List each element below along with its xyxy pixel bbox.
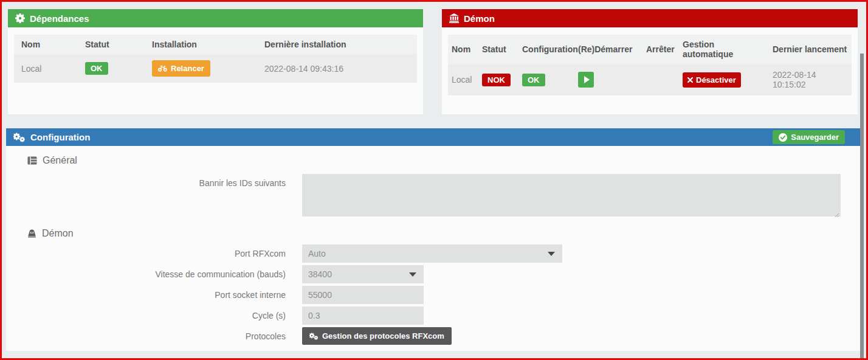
col-nom: Nom bbox=[448, 35, 478, 64]
dep-installation-cell: Relancer bbox=[145, 54, 257, 83]
col-redemarrer: (Re)Démarrer bbox=[574, 35, 642, 64]
socket-port-input[interactable] bbox=[302, 286, 424, 304]
ban-ids-label: Bannir les IDs suivants bbox=[6, 174, 286, 192]
cogs-icon bbox=[13, 133, 26, 142]
col-dernier-lancement: Dernier lancement bbox=[769, 35, 852, 64]
cycle-input[interactable] bbox=[302, 306, 424, 325]
demon-status-badge: NOK bbox=[482, 74, 511, 86]
dependances-table: Nom Statut Installation Dernière install… bbox=[14, 35, 417, 83]
configuration-panel: Configuration Sauvegarder bbox=[6, 128, 862, 351]
dep-date-cell: 2022-08-14 09:43:16 bbox=[257, 54, 417, 83]
x-icon bbox=[687, 77, 693, 83]
chevron-down-icon bbox=[548, 252, 555, 256]
play-icon bbox=[584, 76, 590, 83]
save-button[interactable]: Sauvegarder bbox=[773, 130, 845, 144]
chevron-down-icon bbox=[409, 272, 416, 277]
section-general: Général bbox=[27, 154, 862, 167]
resize-grip-icon[interactable] bbox=[834, 212, 839, 218]
baud-rate-select[interactable]: 38400 bbox=[302, 265, 424, 283]
dependances-row-local: Local OK Relancer bbox=[14, 54, 417, 83]
port-rfxcom-label: Port RFXcom bbox=[6, 244, 286, 263]
save-label: Sauvegarder bbox=[791, 133, 839, 142]
dep-nom-cell: Local bbox=[14, 54, 78, 83]
col-derniere-installation: Dernière installation bbox=[257, 35, 417, 54]
relancer-label: Relancer bbox=[171, 64, 204, 73]
col-statut: Statut bbox=[478, 35, 518, 64]
demon-statut-cell: NOK bbox=[478, 64, 518, 95]
configuration-header: Configuration Sauvegarder bbox=[6, 128, 862, 146]
motorcycle-icon bbox=[158, 65, 167, 72]
demon-title: Démon bbox=[464, 13, 495, 24]
ban-ids-row: Bannir les IDs suivants bbox=[6, 174, 862, 219]
col-installation: Installation bbox=[145, 35, 257, 54]
dependances-title: Dépendances bbox=[30, 13, 89, 24]
socket-port-row: Port socket interne bbox=[6, 286, 862, 304]
dep-statut-cell: OK bbox=[78, 54, 145, 83]
demon-config-cell: OK bbox=[518, 64, 574, 95]
manage-protocols-button[interactable]: Gestion des protocoles RFXcom bbox=[302, 327, 452, 345]
dep-status-badge: OK bbox=[85, 62, 108, 75]
demon-panel: Démon Nom Statut Configuration (Re)Démar… bbox=[442, 9, 858, 114]
col-arreter: Arrêter bbox=[642, 35, 679, 64]
demon-date-cell: 2022-08-14 10:15:02 bbox=[769, 64, 852, 95]
baud-rate-value: 38400 bbox=[308, 269, 332, 279]
section-demon: Démon bbox=[27, 227, 862, 240]
demon-auto-cell: Désactiver bbox=[679, 64, 769, 95]
dependances-panel: Dépendances Nom Statut Installation Dern… bbox=[8, 9, 423, 114]
col-nom: Nom bbox=[14, 35, 78, 54]
socket-port-label: Port socket interne bbox=[6, 286, 286, 304]
dependances-header: Dépendances bbox=[8, 9, 423, 27]
cog-icon bbox=[15, 13, 25, 23]
demon-stop-cell bbox=[642, 64, 679, 95]
baud-rate-row: Vitesse de communication (bauds) 38400 bbox=[6, 265, 862, 283]
daemon-mask-icon bbox=[27, 229, 36, 238]
port-rfxcom-row: Port RFXcom Auto bbox=[6, 244, 862, 263]
dependances-table-header-row: Nom Statut Installation Dernière install… bbox=[14, 35, 417, 54]
demon-nom-cell: Local bbox=[448, 64, 478, 95]
desactiver-button[interactable]: Désactiver bbox=[683, 72, 741, 88]
protocols-row: Protocoles bbox=[6, 327, 862, 345]
baud-rate-label: Vitesse de communication (bauds) bbox=[6, 265, 286, 283]
demon-section-title: Démon bbox=[42, 228, 74, 239]
start-daemon-button[interactable] bbox=[578, 72, 594, 88]
university-icon bbox=[449, 13, 459, 23]
col-gestion-automatique: Gestion automatique bbox=[679, 35, 769, 64]
configuration-title: Configuration bbox=[30, 132, 90, 142]
manage-protocols-label: Gestion des protocoles RFXcom bbox=[322, 331, 444, 341]
port-rfxcom-value: Auto bbox=[308, 249, 326, 258]
demon-table: Nom Statut Configuration (Re)Démarrer Ar… bbox=[448, 35, 852, 95]
ban-ids-textarea[interactable] bbox=[302, 174, 841, 216]
demon-config-badge: OK bbox=[522, 74, 545, 86]
cycle-row: Cycle (s) bbox=[6, 306, 862, 325]
col-configuration: Configuration bbox=[518, 35, 574, 64]
demon-restart-cell bbox=[574, 64, 642, 95]
port-rfxcom-select[interactable]: Auto bbox=[302, 244, 562, 263]
relancer-button[interactable]: Relancer bbox=[152, 60, 210, 77]
cycle-label: Cycle (s) bbox=[6, 306, 286, 325]
demon-row-local: Local NOK OK bbox=[448, 64, 852, 95]
desactiver-label: Désactiver bbox=[696, 75, 736, 85]
page-frame: Dépendances Nom Statut Installation Dern… bbox=[0, 0, 868, 360]
demon-header: Démon bbox=[442, 9, 858, 27]
list-icon bbox=[27, 156, 37, 165]
vertical-scrollbar[interactable] bbox=[860, 54, 864, 358]
protocols-label: Protocoles bbox=[6, 327, 286, 345]
check-circle-icon bbox=[779, 133, 787, 142]
cogs-icon bbox=[309, 333, 319, 340]
configuration-body: Général Bannir les IDs suivants bbox=[6, 146, 862, 345]
general-section-title: Général bbox=[43, 155, 77, 166]
demon-table-header-row: Nom Statut Configuration (Re)Démarrer Ar… bbox=[448, 35, 852, 64]
col-statut: Statut bbox=[78, 35, 145, 54]
